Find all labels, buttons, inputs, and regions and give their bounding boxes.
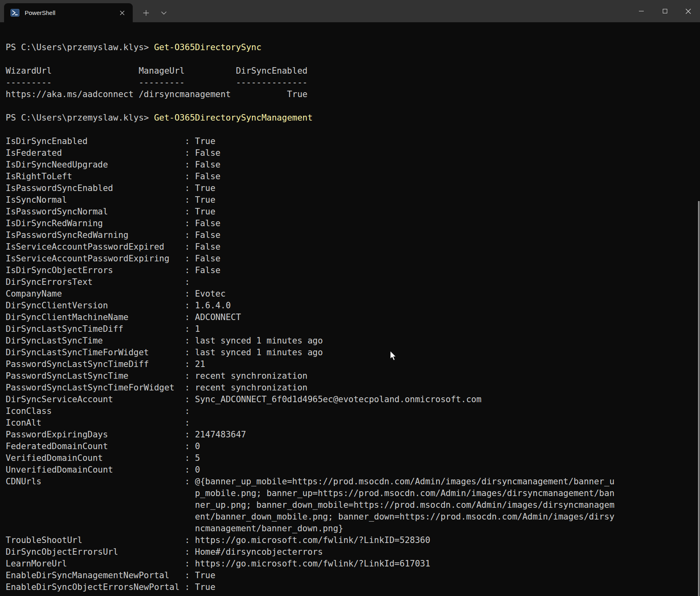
terminal-window: PowerShell bbox=[0, 0, 700, 596]
tab-dropdown-button[interactable] bbox=[156, 3, 172, 22]
titlebar: PowerShell bbox=[0, 0, 700, 22]
tab-powershell[interactable]: PowerShell bbox=[4, 3, 133, 22]
tab-close-icon[interactable] bbox=[117, 8, 127, 18]
minimize-button[interactable] bbox=[630, 0, 653, 22]
close-icon bbox=[685, 8, 691, 14]
terminal-viewport: PS C:\Users\przemyslaw.klys> Get-O365Dir… bbox=[0, 22, 700, 596]
minimize-icon bbox=[639, 11, 644, 11]
scrollbar-thumb[interactable] bbox=[698, 201, 700, 596]
new-tab-button[interactable] bbox=[138, 3, 154, 22]
tab-title: PowerShell bbox=[25, 9, 117, 16]
maximize-button[interactable] bbox=[653, 0, 677, 22]
maximize-icon bbox=[663, 9, 667, 13]
titlebar-drag-region[interactable] bbox=[172, 0, 630, 22]
terminal-output: PS C:\Users\przemyslaw.klys> Get-O365Dir… bbox=[0, 22, 700, 593]
powershell-icon bbox=[11, 9, 19, 17]
window-controls bbox=[630, 0, 700, 22]
close-button[interactable] bbox=[677, 0, 700, 22]
